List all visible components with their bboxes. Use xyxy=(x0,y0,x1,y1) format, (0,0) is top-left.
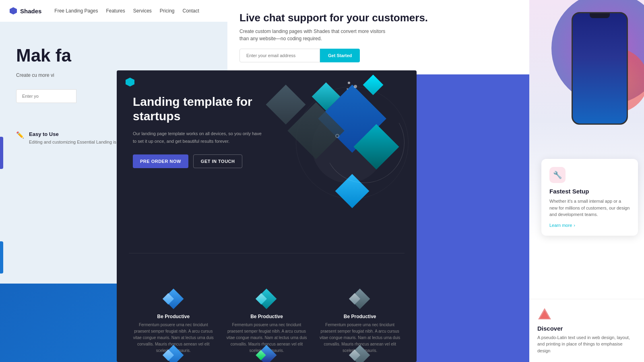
feature-item-bottom-3 xyxy=(315,340,405,362)
phone-screen xyxy=(573,13,627,123)
discover-title: Discover xyxy=(537,325,636,332)
dark-hero-section: Landing template for startups Our landin… xyxy=(133,95,262,168)
fastest-setup-card: 🔧 Fastest Setup Whether it's a small int… xyxy=(541,159,638,236)
features-row-bottom xyxy=(117,340,417,362)
left-email-input[interactable] xyxy=(16,89,76,103)
feature-title-3: Be Productive xyxy=(319,314,400,319)
shades-logo-text: Shades xyxy=(20,8,41,14)
dark-btn-row: PRE ORDER NOW GET IN TOUCH xyxy=(133,154,262,168)
nav-services[interactable]: Services xyxy=(133,8,152,14)
top-center-title: Live chat support for your customers. xyxy=(239,12,517,24)
right-panel: 🔧 Fastest Setup Whether it's a small int… xyxy=(529,0,644,362)
phone-notch xyxy=(590,13,610,18)
nav-free-landing[interactable]: Free Landing Pages xyxy=(54,8,98,14)
fastest-setup-desc: Whether it's a small internal app or a n… xyxy=(549,198,630,218)
discover-icon xyxy=(537,307,552,322)
fastest-setup-title: Fastest Setup xyxy=(549,188,630,195)
dot-white2 xyxy=(354,85,357,88)
feature-icon-green xyxy=(256,344,277,362)
shapes-container xyxy=(248,70,417,215)
chevron-right-icon: › xyxy=(574,223,575,228)
top-center-subtitle: Create custom landing pages with Shades … xyxy=(239,28,392,42)
feature-icon-gray-2 xyxy=(349,344,371,362)
feature-title-2: Be Productive xyxy=(226,314,308,319)
top-center-panel: Live chat support for your customers. Cr… xyxy=(227,0,529,74)
feature-icon-blue xyxy=(163,288,184,310)
top-email-row: Get Started xyxy=(239,49,517,62)
left-header: Shades Free Landing Pages Features Servi… xyxy=(0,0,227,22)
wrench-icon: 🔧 xyxy=(549,167,566,183)
left-side-accent xyxy=(0,137,3,169)
get-in-touch-button[interactable]: GET IN TOUCH xyxy=(193,154,243,168)
feature-icon-gray xyxy=(349,288,371,310)
preorder-button[interactable]: PRE ORDER NOW xyxy=(133,154,188,168)
dark-logo-icon xyxy=(126,78,134,86)
feature-item-bottom-1 xyxy=(129,340,218,362)
features-divider xyxy=(129,253,405,253)
feature-icon-blue-2 xyxy=(163,344,184,362)
main-dark-panel: Landing template for startups Our landin… xyxy=(117,70,417,362)
learn-more-link[interactable]: Learn more › xyxy=(549,223,630,228)
top-email-input[interactable] xyxy=(239,49,320,62)
shades-logo: Shades xyxy=(10,7,41,14)
feature-icon-teal xyxy=(256,288,277,310)
left-nav: Free Landing Pages Features Services Pri… xyxy=(54,8,199,14)
discover-card: Discover A pseudo-Latin text used in web… xyxy=(529,299,644,362)
dark-hero-title: Landing template for startups xyxy=(133,95,262,123)
get-started-button[interactable]: Get Started xyxy=(320,49,360,62)
left-hero-sub: Create cu more vi xyxy=(16,72,113,79)
nav-contact[interactable]: Contact xyxy=(183,8,199,14)
discover-desc: A pseudo-Latin text used in web design, … xyxy=(537,334,636,354)
feature-item-bottom-2 xyxy=(222,340,312,362)
feature-title-1: Be Productive xyxy=(133,314,214,319)
left-hero-title: Mak fa xyxy=(16,46,211,65)
center-dot xyxy=(335,134,339,138)
shades-logo-icon xyxy=(10,7,17,14)
pencil-icon: ✏️ xyxy=(16,131,24,139)
dot-white3 xyxy=(347,88,348,90)
dot-white1 xyxy=(348,82,350,84)
phone-mockup xyxy=(572,12,628,125)
nav-features[interactable]: Features xyxy=(106,8,125,14)
nav-pricing[interactable]: Pricing xyxy=(160,8,175,14)
left-side-accent2 xyxy=(0,241,3,274)
dark-hero-desc: Our landing page template works on all d… xyxy=(133,130,262,145)
